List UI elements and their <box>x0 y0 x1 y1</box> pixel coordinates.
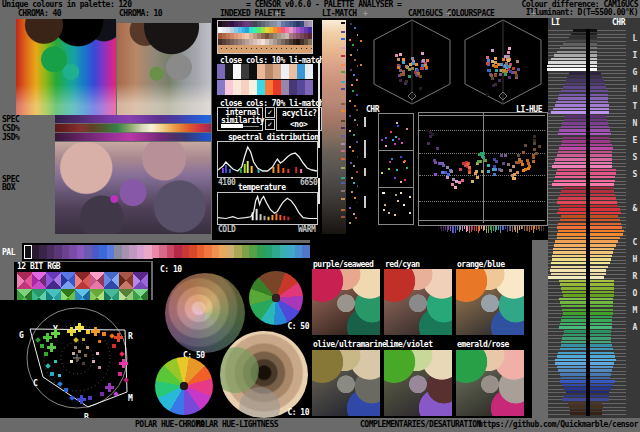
li-bar <box>556 101 586 104</box>
polar-point <box>78 350 81 353</box>
scatter-dot <box>468 166 471 169</box>
polar-point-flower <box>50 346 53 349</box>
scatter-dot <box>533 139 536 142</box>
li-bar <box>560 205 586 208</box>
chr-bar <box>590 83 605 86</box>
separator-cross-icon: + <box>531 10 535 18</box>
pal-swatch <box>234 245 242 259</box>
spectral-plot <box>218 142 317 175</box>
chr-bar <box>590 176 615 179</box>
li-bar <box>573 29 586 32</box>
jsd-label: JSD% <box>2 134 19 142</box>
li-bar <box>562 140 586 143</box>
github-url[interactable]: https://github.com/Quickmarble/censor <box>478 421 638 429</box>
mini-scatter-dot <box>383 209 385 211</box>
li-match-tick <box>341 22 345 24</box>
polar-point <box>96 352 99 355</box>
mini-scatter-dot <box>394 177 396 179</box>
polar-point-square <box>64 388 68 392</box>
li-bar <box>552 258 586 261</box>
mini-scatter-dot <box>396 169 398 171</box>
chr-bar <box>590 269 606 272</box>
distribution-bar <box>264 216 266 220</box>
polar-point <box>72 352 75 355</box>
chr-bar <box>590 373 611 376</box>
distribution-bar <box>229 169 231 173</box>
empty-palette-slots <box>218 45 312 53</box>
close-col-swatch <box>233 80 241 95</box>
scatter-dot <box>521 163 524 166</box>
spec-gradient-bar <box>55 115 211 123</box>
cube-point <box>491 49 494 52</box>
cube-point <box>491 77 494 80</box>
li-bar <box>561 341 586 344</box>
li-match-tick <box>341 71 345 73</box>
close-col-swatch <box>265 64 273 79</box>
pal-swatch <box>167 245 175 259</box>
acyclic-checkbox[interactable]: ✓ <box>265 119 275 130</box>
li-match-range-mark <box>318 60 320 148</box>
chr-bar <box>590 244 616 247</box>
pal-swatch <box>272 245 280 259</box>
close-col-swatch <box>249 64 257 79</box>
li-bar <box>558 352 586 355</box>
li-match-tick <box>341 31 345 33</box>
chr-bar <box>590 223 621 226</box>
li-match-dot <box>349 100 351 102</box>
cube-point <box>507 51 510 54</box>
li-bar <box>562 316 586 319</box>
li-match-tick <box>341 216 345 218</box>
chr-bar <box>590 147 613 150</box>
hue-lightness-wheel-c10-light <box>220 331 308 418</box>
li-match-dot <box>354 27 356 29</box>
chr-scatter-label: CHR <box>366 106 379 114</box>
comp-tile-emerald-rose <box>456 350 524 416</box>
mini-scatter-dot <box>394 143 396 145</box>
mini-scatter-dot <box>384 204 386 206</box>
chr-bar <box>590 101 608 104</box>
li-match-tick <box>341 224 345 226</box>
cube-point <box>415 63 418 66</box>
scatter-grid-line <box>419 115 545 116</box>
li-match-dot <box>354 119 356 121</box>
li-bar <box>570 409 586 412</box>
li-bar <box>561 344 586 347</box>
close-col-swatch <box>217 64 225 79</box>
cube-point <box>395 54 398 57</box>
mini-scatter-dot <box>397 200 399 202</box>
polar-point-flower <box>94 330 97 333</box>
chr-bar <box>590 395 609 398</box>
li-bar <box>547 68 586 71</box>
close-col-swatch <box>289 64 297 79</box>
mini-scatter-dot <box>392 139 394 141</box>
chr-bar <box>590 212 621 215</box>
mini-scatter-dot <box>391 158 393 160</box>
mini-scatter-dot <box>385 137 387 139</box>
temperature-plot <box>218 193 317 222</box>
colourspace-heading: CAM16UCS COLOURSPACE <box>408 10 494 18</box>
chr-bar <box>590 29 597 32</box>
chr-bar <box>590 61 597 64</box>
cube-point <box>495 65 498 68</box>
li-bar <box>555 240 586 243</box>
comp-tile-label: lime/violet <box>385 341 432 349</box>
scatter-dot <box>533 148 536 151</box>
scatter-dot <box>538 145 541 148</box>
scatter-dot <box>450 170 453 173</box>
li-bar <box>547 65 586 68</box>
li-match-tick <box>341 110 345 112</box>
scatter-dot <box>524 144 527 147</box>
vertical-letter: A <box>630 323 640 340</box>
li-bar <box>564 119 586 122</box>
li-bar <box>562 291 586 294</box>
polar-point <box>76 358 79 361</box>
mini-scatter-dot <box>404 160 406 162</box>
similarity-slider-fill[interactable] <box>221 124 243 128</box>
close-cols-10-swatches <box>217 64 313 79</box>
similarity-checkbox[interactable]: ✓ <box>265 107 275 118</box>
li-bar <box>569 72 586 75</box>
scatter-dot <box>434 173 437 176</box>
acyclic-box: acyclic? <no> <box>276 107 322 131</box>
li-match-tick <box>341 150 345 152</box>
li-match-dot <box>352 90 354 92</box>
